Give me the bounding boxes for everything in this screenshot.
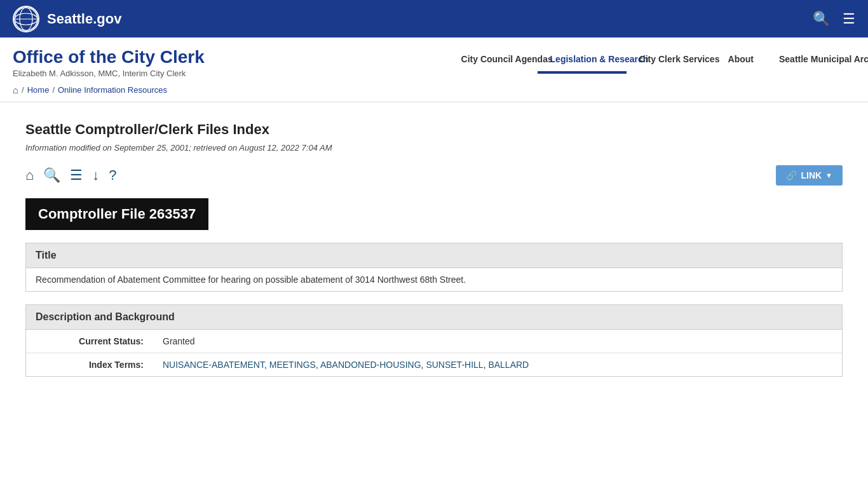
office-title: Office of the City Clerk [13, 47, 205, 67]
file-title-box: Comptroller File 263537 [25, 198, 208, 230]
index-term-nuisance[interactable]: NUISANCE-ABATEMENT [163, 360, 264, 370]
home-toolbar-icon[interactable]: ⌂ [25, 167, 34, 184]
nav-legislation-research[interactable]: Legislation & Research [538, 47, 627, 74]
site-logo-link[interactable]: Seattle.gov [13, 6, 121, 32]
breadcrumb-sep-1: / [22, 85, 24, 95]
status-label: Current Status: [26, 330, 153, 353]
logo-icon [14, 7, 38, 31]
nav-city-council-agendas[interactable]: City Council Agendas [449, 47, 538, 74]
search-icon[interactable]: 🔍 [813, 11, 830, 27]
nav-about[interactable]: About [715, 47, 766, 74]
title-value: Recommendation of Abatement Committee fo… [26, 268, 842, 291]
list-toolbar-icon[interactable]: ☰ [70, 167, 83, 184]
site-header: Office of the City Clerk Elizabeth M. Ad… [0, 37, 868, 102]
page-meta: Information modified on September 25, 20… [25, 143, 843, 152]
status-value: Granted [153, 330, 842, 353]
toolbar-left: ⌂ 🔍 ☰ ↓ ? [25, 167, 117, 184]
home-icon: ⌂ [13, 85, 18, 95]
page-title: Seattle Comptroller/Clerk Files Index [25, 121, 843, 138]
breadcrumb-second[interactable]: Online Information Resources [58, 85, 167, 95]
breadcrumb-sep-2: / [52, 85, 55, 95]
link-button-label: LINK [801, 170, 822, 180]
breadcrumb-home[interactable]: Home [27, 85, 50, 95]
index-term-ballard[interactable]: BALLARD [488, 360, 529, 370]
link-caret-icon: ▼ [825, 172, 832, 179]
office-subtitle: Elizabeth M. Adkisson, MMC, Interim City… [13, 69, 205, 78]
index-term-meetings[interactable]: MEETINGS [269, 360, 316, 370]
title-section-header: Title [26, 243, 842, 268]
breadcrumb: ⌂ / Home / Online Information Resources [13, 85, 205, 102]
title-row: Recommendation of Abatement Committee fo… [26, 268, 842, 291]
index-term-abandoned[interactable]: ABANDONED-HOUSING [320, 360, 421, 370]
help-toolbar-icon[interactable]: ? [109, 167, 116, 184]
top-navbar: Seattle.gov 🔍 ☰ [0, 0, 868, 37]
status-row: Current Status: Granted [26, 330, 842, 353]
file-title: Comptroller File 263537 [38, 206, 196, 222]
menu-icon[interactable]: ☰ [843, 11, 855, 27]
index-terms-row: Index Terms: NUISANCE-ABATEMENT, MEETING… [26, 353, 842, 376]
main-nav: City Council Agendas Legislation & Resea… [449, 44, 855, 74]
title-section: Title Recommendation of Abatement Commit… [25, 243, 843, 292]
search-toolbar-icon[interactable]: 🔍 [43, 167, 60, 184]
link-icon: 🔗 [786, 170, 797, 180]
top-nav-icons: 🔍 ☰ [813, 11, 855, 27]
description-section-header: Description and Background [26, 305, 842, 330]
nav-city-clerk-services[interactable]: City Clerk Services [627, 47, 715, 74]
toolbar: ⌂ 🔍 ☰ ↓ ? 🔗 LINK ▼ [25, 165, 843, 186]
sort-toolbar-icon[interactable]: ↓ [92, 167, 99, 184]
link-button[interactable]: 🔗 LINK ▼ [776, 165, 843, 186]
index-terms-label: Index Terms: [26, 353, 153, 376]
index-terms-value: NUISANCE-ABATEMENT, MEETINGS, ABANDONED-… [153, 353, 842, 376]
nav-seattle-municipal-archives[interactable]: Seattle Municipal Archives [766, 47, 855, 74]
index-term-sunset[interactable]: SUNSET-HILL [426, 360, 483, 370]
description-section: Description and Background Current Statu… [25, 304, 843, 377]
office-info: Office of the City Clerk Elizabeth M. Ad… [13, 44, 205, 102]
logo-circle [13, 6, 39, 32]
site-title: Seattle.gov [47, 11, 121, 27]
main-content: Seattle Comptroller/Clerk Files Index In… [0, 102, 868, 409]
